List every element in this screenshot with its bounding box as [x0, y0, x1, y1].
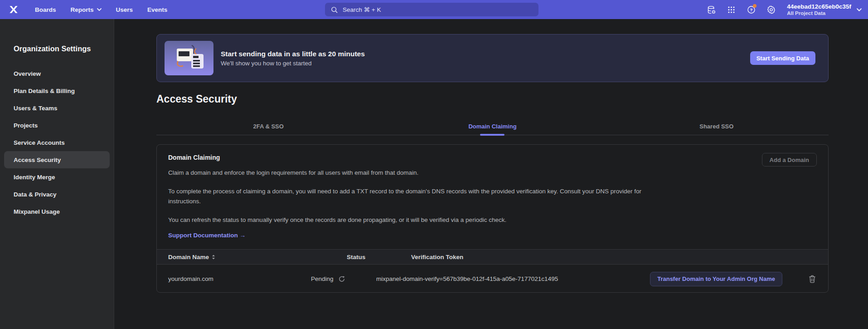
navbar-right: ? 44eebad12c65eb0c35f All Project Data	[703, 0, 862, 19]
tab-domain-claiming[interactable]: Domain Claiming	[380, 118, 604, 135]
account-switcher[interactable]: 44eebad12c65eb0c35f All Project Data	[787, 3, 862, 16]
column-header-status: Status	[302, 254, 368, 260]
page-title: Access Security	[156, 93, 829, 105]
sidebar-item-service-accounts[interactable]: Service Accounts	[4, 134, 110, 151]
status-cell: Pending	[302, 275, 368, 283]
top-navbar: Boards Reports Users Events Search ⌘ + K	[0, 0, 868, 19]
sidebar-item-projects[interactable]: Projects	[4, 117, 110, 134]
org-id: 44eebad12c65eb0c35f	[787, 3, 851, 10]
banner-subtitle: We'll show you how to get started	[221, 60, 365, 67]
table-header-row: Domain Name Status Verification Token	[157, 249, 828, 265]
column-header-label: Domain Name	[168, 254, 209, 260]
mixpanel-logo-icon[interactable]	[8, 4, 19, 15]
nav-item-users[interactable]: Users	[111, 4, 139, 16]
chevron-down-icon	[97, 8, 102, 11]
domain-name-cell: yourdomain.com	[157, 275, 302, 282]
nav-item-reports[interactable]: Reports	[65, 4, 107, 16]
column-header-verification-token: Verification Token	[368, 254, 633, 260]
onboarding-banner: Start sending data in as little as 20 mi…	[156, 34, 829, 82]
verification-token-cell: mixpanel-domain-verify=567b39be-012f-415…	[368, 275, 633, 282]
domain-claiming-card: Add a Domain Domain Claiming Claim a dom…	[156, 144, 829, 293]
sidebar-item-access-security[interactable]: Access Security	[4, 151, 110, 168]
settings-gear-icon[interactable]	[763, 2, 779, 17]
sidebar-item-users-teams[interactable]: Users & Teams	[4, 99, 110, 117]
sidebar-item-mixpanel-usage[interactable]: Mixpanel Usage	[4, 203, 110, 220]
settings-sidebar: Organization Settings Overview Plan Deta…	[0, 19, 114, 329]
column-header-domain-name[interactable]: Domain Name	[157, 254, 302, 260]
trash-icon	[809, 275, 816, 283]
table-row: yourdomain.com Pending mixpanel-domain-v…	[157, 265, 828, 293]
banner-title: Start sending data in as little as 20 mi…	[221, 50, 365, 58]
sidebar-item-identity-merge[interactable]: Identity Merge	[4, 168, 110, 186]
main-area: Start sending data in as little as 20 mi…	[115, 19, 868, 329]
nav-item-label: Events	[147, 6, 167, 13]
sidebar-list: Overview Plan Details & Billing Users & …	[0, 65, 114, 220]
column-header-label: Status	[347, 254, 365, 260]
help-icon[interactable]: ?	[743, 2, 759, 17]
chevron-down-icon	[857, 8, 862, 11]
main-nav: Boards Reports Users Events	[29, 4, 173, 16]
data-management-icon[interactable]	[703, 2, 719, 17]
sidebar-item-data-privacy[interactable]: Data & Privacy	[4, 186, 110, 203]
tab-2fa-sso[interactable]: 2FA & SSO	[156, 118, 380, 135]
svg-text:?: ?	[750, 7, 752, 12]
banner-illustration	[165, 41, 213, 75]
banner-text: Start sending data in as little as 20 mi…	[221, 50, 365, 67]
card-paragraph: Claim a domain and enforce the login req…	[168, 168, 649, 177]
sidebar-title: Organization Settings	[14, 44, 114, 53]
search-icon	[330, 6, 338, 14]
add-domain-button[interactable]: Add a Domain	[762, 153, 817, 167]
delete-domain-button[interactable]	[809, 275, 816, 283]
row-actions: Transfer Domain to Your Admin Org Name	[633, 272, 828, 286]
domains-table: Domain Name Status Verification Token	[157, 249, 828, 293]
column-header-label: Verification Token	[411, 254, 463, 260]
nav-item-boards[interactable]: Boards	[29, 4, 62, 16]
nav-item-label: Boards	[35, 6, 56, 13]
card-paragraph: To complete the process of claiming a do…	[168, 187, 649, 206]
card-title: Domain Claiming	[168, 154, 817, 161]
access-security-tabs: 2FA & SSO Domain Claiming Shared SSO	[156, 118, 829, 135]
nav-item-label: Users	[116, 6, 133, 13]
sidebar-item-overview[interactable]: Overview	[4, 65, 110, 82]
active-tab-indicator	[480, 134, 504, 136]
status-text: Pending	[311, 275, 334, 282]
refresh-icon	[338, 275, 345, 283]
sort-icon	[212, 255, 215, 260]
start-sending-data-button[interactable]: Start Sending Data	[750, 51, 815, 65]
tab-shared-sso[interactable]: Shared SSO	[605, 118, 829, 135]
support-documentation-link[interactable]: Support Documentation →	[168, 231, 246, 240]
transfer-domain-button[interactable]: Transfer Domain to Your Admin Org Name	[650, 272, 782, 286]
nav-item-label: Reports	[71, 6, 94, 13]
search-input[interactable]: Search ⌘ + K	[325, 3, 538, 16]
tab-label: Shared SSO	[699, 123, 733, 130]
project-name: All Project Data	[787, 10, 851, 16]
tab-label: 2FA & SSO	[253, 123, 283, 130]
apps-grid-icon[interactable]	[723, 2, 739, 17]
search-placeholder: Search ⌘ + K	[343, 6, 381, 13]
refresh-status-button[interactable]	[338, 275, 345, 283]
sidebar-item-plan-details-billing[interactable]: Plan Details & Billing	[4, 82, 110, 99]
tab-label: Domain Claiming	[468, 123, 516, 130]
nav-item-events[interactable]: Events	[142, 4, 173, 16]
notification-dot	[753, 4, 756, 8]
card-paragraph: You can refresh the status to manually v…	[168, 216, 649, 225]
